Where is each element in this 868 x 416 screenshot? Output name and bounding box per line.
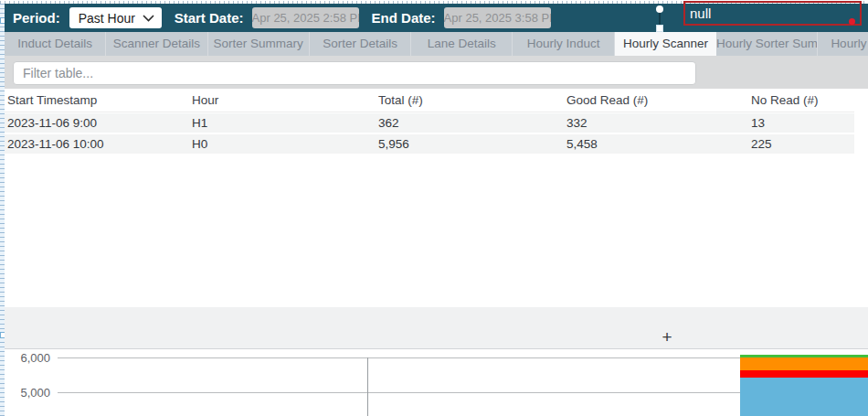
- table-row[interactable]: 2023-11-06 10:00 H0 5,956 5,458 225: [5, 134, 854, 154]
- segment-orange: [740, 357, 868, 370]
- cell-no-read: 225: [751, 134, 772, 154]
- cell-start-timestamp: 2023-11-06 9:00: [7, 113, 97, 133]
- add-widget-strip: +: [5, 307, 868, 349]
- column-header[interactable]: Total (#): [378, 89, 423, 112]
- table-header: Start Timestamp Hour Total (#) Good Read…: [5, 89, 854, 112]
- start-date-input[interactable]: [252, 7, 359, 28]
- tab-sorter-details[interactable]: Sorter Details: [310, 32, 411, 56]
- column-header[interactable]: No Read (#): [751, 89, 819, 112]
- null-value-text: null: [690, 5, 711, 21]
- filter-bar: [5, 56, 868, 89]
- error-dot-icon: [849, 18, 855, 25]
- hourly-scanner-chart: 6,000 5,000: [5, 349, 868, 416]
- tab-hourly-sorter[interactable]: Hourly Sort: [818, 32, 868, 56]
- cell-no-read: 13: [751, 113, 765, 133]
- dashboard-editor-screen: Period: Past Hour Start Date: End Date: …: [0, 0, 868, 416]
- start-date-label: Start Date:: [175, 10, 244, 26]
- tab-lane-details[interactable]: Lane Details: [411, 32, 513, 56]
- cell-good-read: 332: [566, 113, 587, 133]
- segment-red: [740, 370, 868, 378]
- filter-input[interactable]: [13, 61, 696, 85]
- y-axis-tick-label: 5,000: [5, 386, 50, 400]
- tab-hourly-sorter-summary[interactable]: Hourly Sorter Summar: [716, 32, 818, 56]
- tab-hourly-scanner[interactable]: Hourly Scanner: [615, 32, 716, 56]
- period-selected-value: Past Hour: [79, 11, 135, 26]
- stacked-bar[interactable]: [740, 349, 868, 416]
- chevron-down-icon: [143, 15, 154, 22]
- add-icon[interactable]: +: [655, 327, 679, 347]
- column-header[interactable]: Good Read (#): [566, 89, 648, 112]
- column-header[interactable]: Start Timestamp: [7, 89, 97, 112]
- cell-good-read: 5,458: [566, 134, 598, 154]
- cell-hour: H0: [192, 134, 207, 154]
- tab-scanner-details[interactable]: Scanner Details: [106, 32, 207, 56]
- selection-anchor-square[interactable]: [656, 25, 663, 32]
- tab-hourly-induct[interactable]: Hourly Induct: [513, 32, 614, 56]
- cell-hour: H1: [192, 113, 207, 133]
- end-date-label: End Date:: [372, 10, 436, 26]
- table-row[interactable]: 2023-11-06 9:00 H1 362 332 13: [5, 113, 854, 133]
- period-label: Period:: [13, 10, 60, 26]
- widget-selection-handle[interactable]: [655, 3, 664, 31]
- cell-total: 362: [378, 113, 399, 133]
- period-dropdown[interactable]: Past Hour: [69, 7, 162, 28]
- tab-induct-details[interactable]: Induct Details: [5, 32, 106, 56]
- cell-start-timestamp: 2023-11-06 10:00: [7, 134, 104, 154]
- selected-text-widget[interactable]: null: [683, 1, 862, 26]
- tab-sorter-summary[interactable]: Sorter Summary: [208, 32, 310, 56]
- end-date-input[interactable]: [444, 7, 551, 28]
- cell-total: 5,956: [378, 134, 409, 154]
- category-divider-line: [367, 357, 368, 416]
- y-axis-tick-label: 6,000: [5, 351, 50, 365]
- segment-blue: [740, 378, 868, 416]
- column-header[interactable]: Hour: [192, 89, 218, 112]
- tab-bar: Induct Details Scanner Details Sorter Su…: [5, 32, 868, 56]
- selection-anchor-circle[interactable]: [656, 5, 663, 13]
